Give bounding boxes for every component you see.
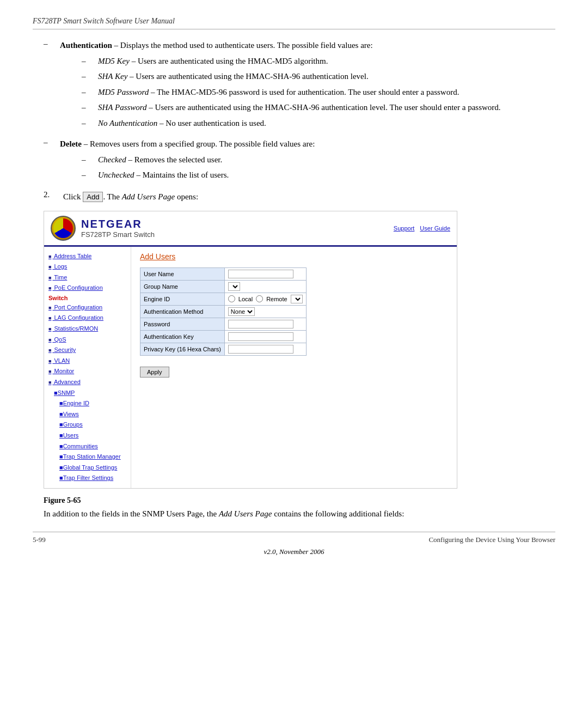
ng-logo-area: NETGEAR FS728TP Smart Switch (51, 216, 155, 241)
add-users-page-italic: Add Users Page (219, 509, 272, 518)
body-text-start: In addition to the fields in the SNMP Us… (44, 509, 217, 518)
form-row-password: Password (140, 318, 307, 330)
sidebar-section-switch: Switch (44, 294, 131, 302)
input-privacy-key[interactable] (228, 345, 293, 354)
sidebar-item-views[interactable]: ■Views (44, 409, 131, 420)
sidebar-item-engine-id[interactable]: ■Engine ID (44, 398, 131, 409)
sidebar-item-advanced[interactable]: ■ Advanced (44, 377, 131, 388)
ng-logo-circle (51, 216, 76, 241)
add-users-page-ref: Add Users Page (122, 192, 175, 201)
sidebar-item-vlan[interactable]: ■ VLAN (44, 356, 131, 367)
body-text-end: contains the following additional fields… (274, 509, 404, 518)
form-row-engineid: Engine ID Local Remote (140, 293, 307, 305)
content-area: – Authentication – Displays the method u… (44, 39, 555, 519)
form-row-auth-key: Authentication Key (140, 330, 307, 343)
label-engineid: Engine ID (140, 293, 225, 305)
footer-version: v2.0, November 2006 (264, 547, 324, 556)
ng-brand: NETGEAR FS728TP Smart Switch (81, 218, 155, 239)
screenshot-box: NETGEAR FS728TP Smart Switch Support Use… (44, 211, 457, 489)
sub-bullet-checked: – Checked – Removes the selected user. (82, 154, 555, 166)
label-password: Password (140, 318, 225, 330)
label-auth-key: Authentication Key (140, 330, 225, 343)
sidebar-item-statistics[interactable]: ■ Statistics/RMON (44, 324, 131, 334)
footer-left: 5-99 (33, 535, 46, 544)
sidebar-item-global-trap[interactable]: ■Global Trap Settings (44, 462, 131, 473)
user-guide-link[interactable]: User Guide (420, 225, 450, 232)
sidebar-item-port-config[interactable]: ■ Port Configuration (44, 302, 131, 313)
sub-bullet-noauth: – No Authentication – No user authentica… (82, 117, 555, 130)
label-username: User Name (140, 267, 225, 280)
step-number: 2. (44, 190, 63, 203)
sub-bullet-unchecked: – Unchecked – Maintains the list of user… (82, 169, 555, 181)
sidebar-item-qos[interactable]: ■ QoS (44, 334, 131, 345)
sidebar-item-address-table[interactable]: ■ Address Table (44, 251, 131, 262)
step-2: 2. Click Add. The Add Users Page opens: (44, 190, 555, 203)
form-row-privacy-key: Privacy Key (16 Hexa Chars) (140, 343, 307, 355)
add-button-inline[interactable]: Add (83, 192, 103, 202)
dash-auth: – (44, 39, 60, 132)
body-paragraph: In addition to the fields in the SNMP Us… (44, 509, 555, 519)
sidebar-item-trap-filter[interactable]: ■Trap Filter Settings (44, 473, 131, 484)
delete-label: Delete (60, 139, 82, 148)
page-header: FS728TP Smart Switch Software User Manua… (33, 16, 555, 29)
radio-remote[interactable] (256, 295, 263, 302)
sidebar-item-security[interactable]: ■ Security (44, 345, 131, 356)
label-groupname: Group Name (140, 280, 225, 293)
field-username[interactable] (224, 267, 306, 280)
step-text: Click Add. The Add Users Page opens: (63, 190, 555, 203)
footer-right: Configuring the Device Using Your Browse… (428, 535, 555, 544)
radio-local-label: Local (238, 296, 253, 302)
auth-label: Authentication (60, 41, 112, 50)
sub-bullet-md5key: – MD5 Key – Users are authenticated usin… (82, 55, 555, 68)
sidebar-item-snmp[interactable]: ■SNMP (44, 388, 131, 399)
sidebar-item-communities[interactable]: ■Communities (44, 441, 131, 452)
radio-group-engine: Local Remote (228, 295, 303, 303)
bullet-authentication: – Authentication – Displays the method u… (44, 39, 555, 132)
sidebar-item-trap-station[interactable]: ■Trap Station Manager (44, 452, 131, 462)
ng-brand-sub: FS728TP Smart Switch (81, 230, 155, 239)
field-groupname[interactable] (224, 280, 306, 293)
ng-header: NETGEAR FS728TP Smart Switch Support Use… (44, 211, 457, 247)
field-auth-key[interactable] (224, 330, 306, 343)
sidebar-item-logs[interactable]: ■ Logs (44, 261, 131, 272)
radio-local[interactable] (228, 295, 235, 302)
select-engine-opt[interactable] (291, 295, 303, 303)
label-auth-method: Authentication Method (140, 305, 225, 318)
bullet-delete: – Delete – Removes users from a specifie… (44, 138, 555, 185)
sub-bullet-shakey: – SHA Key – Users are authenticated usin… (82, 70, 555, 83)
input-username[interactable] (228, 270, 293, 278)
ng-body: ■ Address Table ■ Logs ■ Time ■ PoE Conf… (44, 247, 457, 488)
input-auth-key[interactable] (228, 332, 293, 341)
ng-brand-name: NETGEAR (81, 218, 155, 230)
form-row-username: User Name (140, 267, 307, 280)
field-engineid[interactable]: Local Remote (224, 293, 306, 305)
sidebar-item-users[interactable]: ■Users (44, 430, 131, 441)
ng-sidebar: ■ Address Table ■ Logs ■ Time ■ PoE Conf… (44, 247, 131, 488)
figure-label: Figure 5-65 (44, 496, 555, 505)
input-password[interactable] (228, 320, 293, 328)
ng-main-title: Add Users (140, 252, 448, 261)
footer-center: v2.0, November 2006 (33, 547, 555, 556)
auth-sub-bullets: – MD5 Key – Users are authenticated usin… (82, 55, 555, 130)
sidebar-item-groups[interactable]: ■Groups (44, 419, 131, 430)
dash-delete: – (44, 138, 60, 185)
sidebar-item-time[interactable]: ■ Time (44, 272, 131, 283)
delete-sub-bullets: – Checked – Removes the selected user. –… (82, 154, 555, 181)
sidebar-item-poe[interactable]: ■ PoE Configuration (44, 283, 131, 294)
support-link[interactable]: Support (394, 225, 415, 232)
select-groupname[interactable] (228, 282, 240, 291)
field-privacy-key[interactable] (224, 343, 306, 355)
apply-button[interactable]: Apply (140, 367, 169, 378)
radio-remote-label: Remote (266, 296, 287, 302)
form-row-groupname: Group Name (140, 280, 307, 293)
ng-links: Support User Guide (394, 225, 450, 232)
ng-form-table: User Name Group Name Engine ID Local Rem… (140, 267, 307, 356)
sidebar-item-monitor[interactable]: ■ Monitor (44, 366, 131, 377)
field-auth-method[interactable]: None (224, 305, 306, 318)
field-password[interactable] (224, 318, 306, 330)
sub-bullet-md5pass: – MD5 Password – The HMAC-MD5-96 passwor… (82, 86, 555, 99)
sidebar-item-lag-config[interactable]: ■ LAG Configuration (44, 313, 131, 324)
select-auth-method[interactable]: None (228, 307, 255, 316)
sub-bullet-shapass: – SHA Password – Users are authenticated… (82, 101, 555, 114)
ng-logo-inner (53, 218, 73, 238)
